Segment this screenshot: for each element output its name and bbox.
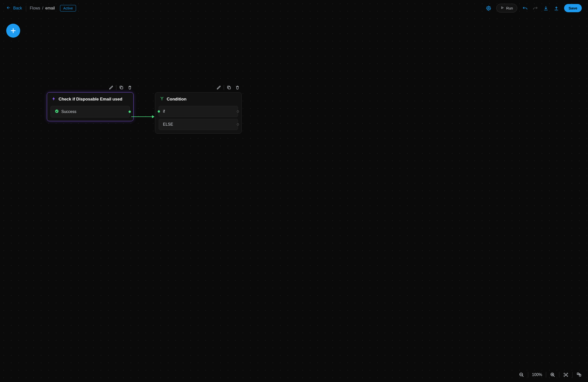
export-button[interactable] [554, 5, 559, 11]
port-out-else[interactable] [237, 123, 239, 125]
svg-rect-8 [579, 375, 581, 376]
bolt-icon [52, 96, 56, 102]
output-row-success[interactable]: Success [51, 106, 130, 117]
save-button[interactable]: Save [564, 4, 582, 12]
branch-row-else[interactable]: ELSE [159, 119, 238, 130]
arrow-left-icon [6, 5, 11, 11]
node-toolbar-trigger [107, 84, 134, 92]
edit-button[interactable] [215, 84, 223, 92]
zoom-in-button[interactable] [550, 372, 555, 378]
node-header: Condition [159, 96, 238, 102]
edge-trigger-to-condition[interactable] [131, 116, 154, 117]
svg-rect-2 [228, 87, 230, 89]
flow-canvas[interactable]: Check if Disposable Email used Success [0, 0, 588, 382]
breadcrumb-current: email [45, 6, 55, 10]
svg-rect-6 [565, 374, 567, 376]
duplicate-button[interactable] [117, 84, 125, 92]
node-header: Check if Disposable Email used [51, 96, 130, 102]
undo-button[interactable] [522, 5, 528, 11]
top-bar-right: Run [486, 4, 582, 12]
auto-layout-button[interactable] [576, 372, 582, 378]
status-badge[interactable]: Active [60, 5, 76, 11]
check-circle-icon [55, 109, 59, 114]
node-condition[interactable]: Condition if ELSE [155, 92, 242, 134]
delete-button[interactable] [126, 84, 134, 92]
divider [572, 372, 573, 378]
back-label: Back [13, 6, 22, 10]
zoom-level: 100% [532, 373, 542, 377]
run-label: Run [506, 6, 513, 10]
edit-button[interactable] [107, 84, 115, 92]
top-bar: Back Flows / email Active Run [0, 0, 588, 16]
node-toolbar-condition [215, 84, 241, 92]
run-button[interactable]: Run [496, 4, 517, 12]
duplicate-button[interactable] [225, 84, 233, 92]
breadcrumb-separator: / [42, 6, 43, 10]
divider [559, 372, 559, 378]
fit-screen-button[interactable] [563, 372, 569, 378]
branch-icon [160, 96, 164, 102]
node-trigger-disposable-email[interactable]: Check if Disposable Email used Success [47, 92, 134, 121]
settings-button[interactable] [486, 5, 491, 11]
zoom-out-button[interactable] [519, 372, 524, 378]
port-out-success[interactable] [129, 111, 131, 113]
svg-rect-7 [577, 373, 579, 375]
branch-label: ELSE [163, 122, 173, 127]
breadcrumb-root[interactable]: Flows [30, 6, 40, 10]
back-button[interactable]: Back [6, 5, 22, 11]
node-title: Check if Disposable Email used [59, 97, 122, 102]
play-icon [501, 6, 504, 10]
svg-rect-0 [121, 87, 123, 89]
divider [26, 6, 26, 11]
top-bar-left: Back Flows / email Active [6, 5, 76, 11]
output-label: Success [61, 109, 76, 114]
breadcrumb: Flows / email [30, 6, 55, 10]
branch-label: if [163, 109, 165, 114]
delete-button[interactable] [233, 84, 241, 92]
toolbar-separator [116, 85, 116, 90]
bottom-bar: 100% [519, 372, 582, 378]
divider [528, 372, 528, 378]
node-title: Condition [167, 97, 186, 102]
divider [546, 372, 546, 378]
import-button[interactable] [543, 5, 549, 11]
branch-row-if[interactable]: if [159, 106, 238, 117]
redo-button[interactable] [533, 5, 538, 11]
add-node-button[interactable] [6, 24, 20, 38]
toolbar-separator [224, 85, 224, 90]
port-in-if[interactable] [158, 110, 160, 113]
svg-point-3 [488, 7, 490, 9]
port-out-if[interactable] [237, 110, 239, 112]
